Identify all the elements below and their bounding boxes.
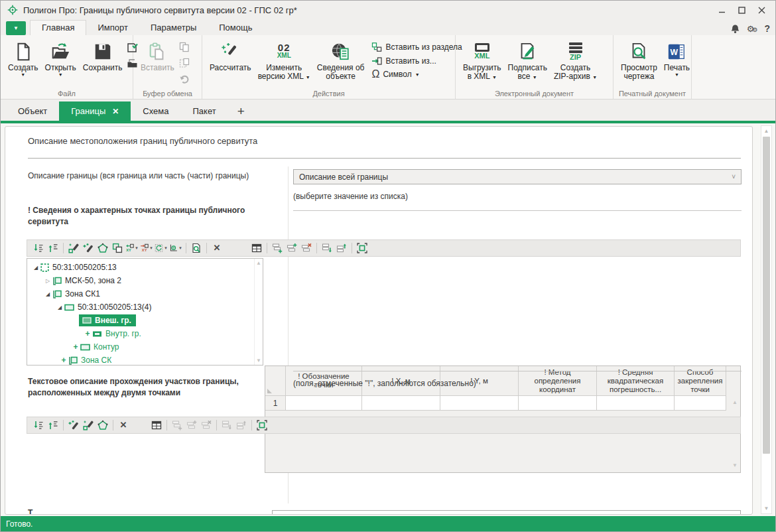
cell-point-name[interactable] bbox=[286, 396, 362, 411]
expander-plus-icon[interactable]: + bbox=[83, 329, 92, 338]
scroll-down-icon[interactable]: ▼ bbox=[761, 505, 771, 511]
ribbon-tab-help[interactable]: Помощь bbox=[208, 21, 263, 35]
drawing-preview-button[interactable]: Просмотр чертежа bbox=[618, 38, 660, 83]
coordinate-system-icon[interactable]: ▼ bbox=[169, 241, 182, 255]
create-zip-button[interactable]: ZIP Создать ZIP-архив ▼ bbox=[551, 38, 600, 83]
help-icon[interactable]: ? bbox=[764, 23, 770, 34]
renumber-up-icon[interactable] bbox=[46, 419, 60, 432]
sign-all-button[interactable]: Подписать все ▼ bbox=[505, 38, 550, 83]
move-row-down-icon[interactable] bbox=[320, 241, 334, 255]
cell-fixation[interactable] bbox=[675, 396, 726, 411]
tab-borders[interactable]: Границы ✕ bbox=[59, 101, 131, 121]
add-row-icon[interactable] bbox=[170, 419, 184, 432]
delete-icon[interactable]: ✕ bbox=[210, 241, 224, 255]
tree-node-inner-boundary[interactable]: + Внутр. гр. bbox=[27, 327, 263, 340]
rotate-contour-icon[interactable]: ▼ bbox=[155, 241, 168, 255]
polygon-icon[interactable] bbox=[96, 419, 109, 432]
scroll-up-icon[interactable]: ▲ bbox=[732, 399, 738, 405]
tree-scrollbar[interactable]: ▲ ▼ bbox=[254, 259, 263, 365]
symbol-button[interactable]: ΩСимвол▼ bbox=[371, 70, 462, 79]
insert-from-button[interactable]: Вставить из... bbox=[371, 56, 462, 66]
copy-button[interactable] bbox=[178, 40, 191, 54]
scroll-up-icon[interactable]: ▲ bbox=[255, 260, 263, 266]
table-settings-icon[interactable] bbox=[250, 241, 263, 255]
ribbon-tab-import[interactable]: Импорт bbox=[86, 21, 139, 35]
expand-table-icon[interactable] bbox=[356, 241, 369, 255]
calc-area-icon[interactable] bbox=[82, 419, 95, 432]
polygon-icon[interactable] bbox=[96, 241, 109, 255]
calc-points-icon[interactable] bbox=[82, 241, 95, 255]
tab-scheme[interactable]: Схема bbox=[131, 101, 180, 121]
export-coordinates-icon[interactable]: ▼ bbox=[140, 241, 153, 255]
add-row-icon[interactable] bbox=[271, 241, 284, 255]
delete-row-icon[interactable] bbox=[200, 419, 213, 432]
renumber-up-icon[interactable] bbox=[46, 241, 60, 255]
tab-object[interactable]: Объект bbox=[6, 101, 59, 121]
calc-points-icon[interactable] bbox=[67, 419, 80, 432]
move-row-up-icon[interactable] bbox=[235, 419, 248, 432]
insert-from-section-button[interactable]: Вставить из раздела bbox=[371, 42, 462, 52]
renumber-down-icon[interactable] bbox=[32, 241, 45, 255]
calc-area-icon[interactable] bbox=[67, 241, 80, 255]
selected-tree-node[interactable]: Внеш. гр. bbox=[79, 314, 136, 326]
paste-button[interactable]: Вставить bbox=[138, 38, 177, 74]
minimize-button[interactable] bbox=[712, 1, 732, 19]
tree-node-contour-4[interactable]: ◢ 50:31:0050205:13(4) bbox=[27, 300, 263, 314]
expander-expanded-icon[interactable]: ◢ bbox=[55, 304, 64, 310]
maximize-button[interactable] bbox=[732, 1, 751, 19]
scroll-down-icon[interactable]: ▼ bbox=[255, 358, 263, 364]
next-section-input[interactable] bbox=[272, 510, 741, 515]
create-button[interactable]: Создать▼ bbox=[5, 38, 41, 80]
insert-row-icon[interactable] bbox=[285, 241, 298, 255]
tree-node-outer-boundary[interactable]: Внеш. гр. bbox=[27, 314, 263, 327]
expander-plus-icon[interactable]: + bbox=[71, 342, 80, 352]
app-menu-button[interactable]: ▼ bbox=[6, 21, 26, 35]
tab-package[interactable]: Пакет bbox=[180, 101, 227, 121]
undo-button[interactable] bbox=[178, 72, 191, 86]
expander-plus-icon[interactable]: + bbox=[59, 356, 68, 365]
scroll-up-icon[interactable]: ▲ bbox=[761, 128, 771, 134]
copy-contour-icon[interactable] bbox=[111, 241, 124, 255]
object-info-button[interactable]: Сведения об объекте bbox=[314, 38, 367, 83]
calculate-button[interactable]: Рассчитать bbox=[207, 38, 254, 74]
insert-row-icon[interactable] bbox=[185, 419, 198, 432]
notifications-bell-icon[interactable] bbox=[730, 24, 740, 34]
tree-node-contour[interactable]: + Контур bbox=[27, 340, 263, 354]
preview-icon[interactable] bbox=[190, 241, 203, 255]
tab-close-icon[interactable]: ✕ bbox=[112, 107, 119, 116]
ribbon-tab-params[interactable]: Параметры bbox=[139, 21, 208, 35]
change-xml-version-button[interactable]: 02XML Изменить версию XML ▼ bbox=[255, 38, 313, 83]
table-settings-icon[interactable] bbox=[150, 419, 163, 432]
save-button[interactable]: Сохранить bbox=[80, 38, 125, 74]
cell-y[interactable] bbox=[440, 396, 519, 411]
move-row-down-icon[interactable] bbox=[220, 419, 233, 432]
expander-expanded-icon[interactable]: ◢ bbox=[31, 265, 40, 271]
cell-x[interactable] bbox=[362, 396, 440, 411]
export-xml-button[interactable]: XML Выгрузить в XML ▼ bbox=[460, 38, 504, 83]
add-tab-button[interactable]: + bbox=[228, 101, 254, 121]
settings-gears-icon[interactable]: ⚙⚙ bbox=[747, 24, 758, 34]
expand-table-icon[interactable] bbox=[255, 419, 269, 432]
move-row-up-icon[interactable] bbox=[335, 241, 348, 255]
import-coordinates-icon[interactable]: ▼ bbox=[125, 241, 139, 255]
cell-method[interactable] bbox=[519, 396, 597, 411]
tree-node-msk50[interactable]: ▷ МСК-50, зона 2 bbox=[27, 274, 263, 287]
delete-row-icon[interactable] bbox=[300, 241, 313, 255]
cell-precision[interactable] bbox=[597, 396, 675, 411]
scrollbar-thumb[interactable] bbox=[763, 137, 770, 454]
paste-special-button[interactable] bbox=[178, 56, 191, 70]
main-scrollbar[interactable]: ▲ ▼ bbox=[761, 125, 772, 514]
boundary-description-select[interactable]: Описание всей границы ˅ bbox=[293, 169, 742, 184]
scroll-down-icon[interactable]: ▼ bbox=[732, 462, 738, 468]
expander-expanded-icon[interactable]: ◢ bbox=[43, 291, 52, 297]
open-button[interactable]: Открыть▼ bbox=[42, 38, 79, 80]
expander-collapsed-icon[interactable]: ▷ bbox=[43, 278, 52, 284]
tree-node-zone-sk[interactable]: + Зона СК bbox=[27, 354, 263, 366]
print-button[interactable]: W Печать ▼ bbox=[661, 38, 692, 80]
close-button[interactable] bbox=[751, 1, 771, 19]
tree-node-zone-sk1[interactable]: ◢ Зона СК1 bbox=[27, 287, 263, 300]
renumber-down-icon[interactable] bbox=[32, 419, 45, 432]
tree-node-parcel[interactable]: ◢ 50:31:0050205:13 bbox=[27, 261, 263, 274]
delete-icon[interactable]: ✕ bbox=[117, 419, 130, 432]
ribbon-tab-main[interactable]: Главная bbox=[30, 20, 86, 35]
